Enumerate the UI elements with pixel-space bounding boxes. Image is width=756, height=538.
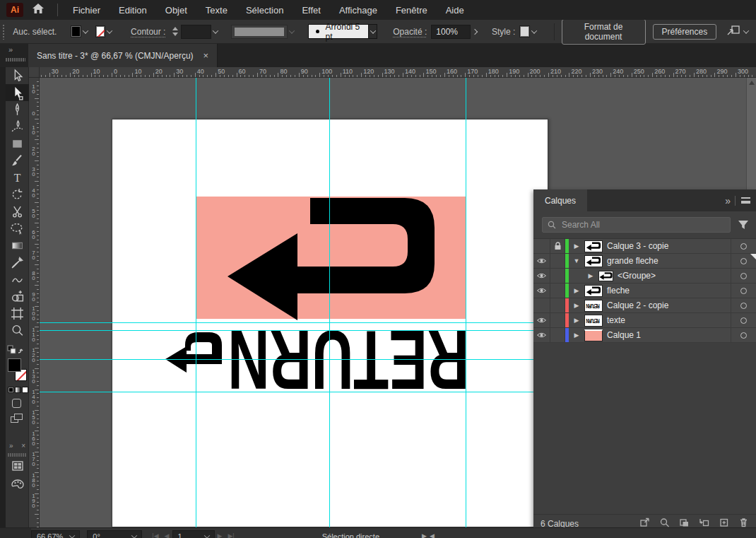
eye-icon[interactable]: [536, 272, 547, 279]
color-mode-buttons[interactable]: [8, 387, 29, 393]
layer-name[interactable]: texte: [607, 315, 625, 325]
layer-row[interactable]: ▶fleche: [533, 283, 756, 298]
artboard-number-dropdown[interactable]: 1: [172, 530, 215, 538]
free-transform-tool[interactable]: [6, 220, 29, 237]
rotation-dropdown[interactable]: 0°: [87, 530, 142, 538]
none-button[interactable]: [22, 387, 28, 393]
filter-icon[interactable]: [738, 220, 749, 230]
layer-row[interactable]: ▶RETURNtexte: [533, 313, 756, 328]
lock-cell[interactable]: [550, 254, 565, 268]
layer-name[interactable]: grande fleche: [607, 256, 658, 266]
stroke-weight-stepper[interactable]: [172, 27, 178, 36]
width-profile-dropdown[interactable]: [231, 25, 288, 39]
chevron-right-icon[interactable]: ▶: [573, 332, 580, 339]
color-panel-icon[interactable]: [6, 475, 29, 493]
opacity-label[interactable]: Opacité :: [393, 27, 427, 37]
target-cell[interactable]: [731, 313, 756, 327]
layer-body[interactable]: ▶Calque 1: [569, 328, 731, 342]
chevron-right-icon[interactable]: ▶: [573, 287, 580, 294]
eye-icon[interactable]: [536, 332, 547, 339]
menu-edition[interactable]: Edition: [110, 0, 156, 20]
opacity-dropdown[interactable]: [471, 25, 479, 37]
gradient-tool[interactable]: [6, 237, 29, 254]
fill-indicator[interactable]: [8, 358, 21, 372]
target-circle-icon[interactable]: [740, 303, 747, 309]
visibility-cell[interactable]: [533, 313, 550, 327]
artboards-panel-icon[interactable]: [6, 457, 29, 475]
stroke-color-dropdown[interactable]: [105, 25, 114, 37]
swap-fill-stroke-icon[interactable]: [6, 344, 29, 357]
target-circle-icon[interactable]: [740, 288, 747, 294]
eye-icon[interactable]: [536, 317, 547, 324]
curvature-tool[interactable]: [6, 118, 29, 135]
color-button[interactable]: [8, 387, 14, 393]
lock-cell[interactable]: [550, 298, 565, 312]
vertical-ruler[interactable]: 1001020304050607080901001101201301401501…: [29, 78, 40, 527]
menu-affichage[interactable]: Affichage: [330, 0, 386, 20]
zoom-level-dropdown[interactable]: 66,67%: [31, 530, 80, 538]
menu-objet[interactable]: Objet: [156, 0, 196, 20]
layer-row[interactable]: ▶Calque 3 - copie: [533, 239, 756, 254]
target-cell[interactable]: [731, 298, 756, 312]
layer-name[interactable]: Calque 2 - copie: [607, 300, 668, 310]
document-tab-close-icon[interactable]: ×: [203, 50, 209, 61]
layer-name[interactable]: <Groupe>: [618, 271, 656, 281]
chevron-right-icon[interactable]: ▶: [573, 302, 580, 309]
target-circle-icon[interactable]: [740, 258, 747, 264]
layer-thumbnail[interactable]: [584, 329, 603, 341]
guide-vertical[interactable]: [196, 78, 196, 527]
type-tool[interactable]: T: [6, 169, 29, 186]
paintbrush-tool[interactable]: [6, 152, 29, 169]
visibility-cell[interactable]: [533, 298, 550, 312]
scissors-tool[interactable]: [6, 203, 29, 220]
document-tab[interactable]: Sans titre - 3* @ 66,67 % (CMJN/Aperçu) …: [28, 44, 218, 67]
lock-cell[interactable]: [550, 239, 565, 253]
preferences-button[interactable]: Préférences: [653, 24, 717, 40]
layer-body[interactable]: ▶RETURNCalque 2 - copie: [569, 298, 731, 312]
layer-body[interactable]: ▼grande fleche: [569, 254, 731, 268]
direct-selection-tool[interactable]: [6, 84, 29, 101]
gradient-button[interactable]: [15, 387, 21, 393]
isolate-selection-dropdown[interactable]: [742, 25, 750, 37]
visibility-cell[interactable]: [533, 254, 550, 268]
screen-mode-icon[interactable]: [11, 414, 23, 423]
layer-row[interactable]: ▶<Groupe>: [533, 269, 756, 283]
pen-tool[interactable]: [6, 101, 29, 118]
layer-row[interactable]: ▼grande fleche: [533, 254, 756, 269]
layer-name[interactable]: fleche: [607, 286, 630, 296]
first-artboard-icon[interactable]: |◀: [152, 532, 158, 538]
chevron-right-icon[interactable]: ▶: [573, 242, 580, 250]
close-panel-icon[interactable]: ×: [21, 442, 25, 450]
fill-color-swatch[interactable]: [71, 25, 81, 37]
document-setup-button[interactable]: Format de document: [562, 19, 646, 45]
layers-tab[interactable]: Calques: [533, 189, 587, 211]
fill-stroke-indicator[interactable]: [7, 358, 28, 382]
guide-vertical[interactable]: [329, 78, 330, 527]
selection-tool[interactable]: [6, 67, 29, 84]
eye-icon[interactable]: [536, 257, 547, 264]
target-cell[interactable]: [731, 283, 756, 298]
stroke-weight-field[interactable]: [181, 25, 211, 39]
fill-color-dropdown[interactable]: [81, 25, 90, 37]
target-cell[interactable]: [731, 269, 756, 283]
stroke-weight-dropdown[interactable]: [211, 25, 220, 37]
target-cell[interactable]: [731, 239, 756, 253]
panel-menu-icon[interactable]: [741, 197, 750, 204]
status-bar-collapse-icons[interactable]: ▶◀: [422, 532, 437, 538]
target-cell[interactable]: [731, 328, 756, 342]
isolate-selection-icon[interactable]: [726, 24, 742, 39]
visibility-cell[interactable]: [533, 239, 550, 253]
next-artboard-icon[interactable]: ▶: [218, 532, 223, 538]
chevron-right-icon[interactable]: ▶: [587, 272, 594, 279]
artboard-tool[interactable]: [6, 305, 29, 322]
illustrator-app-icon[interactable]: Ai: [6, 3, 23, 17]
opacity-field[interactable]: 100%: [431, 25, 471, 39]
target-circle-icon[interactable]: [740, 317, 747, 324]
layer-body[interactable]: ▶RETURNtexte: [569, 313, 731, 327]
scroll-up-icon[interactable]: [749, 81, 755, 85]
layer-thumbnail[interactable]: [584, 285, 603, 297]
menu-effet[interactable]: Effet: [293, 0, 330, 20]
target-circle-icon[interactable]: [740, 243, 747, 250]
zoom-tool[interactable]: [6, 322, 29, 339]
panel-grip[interactable]: [2, 24, 4, 40]
